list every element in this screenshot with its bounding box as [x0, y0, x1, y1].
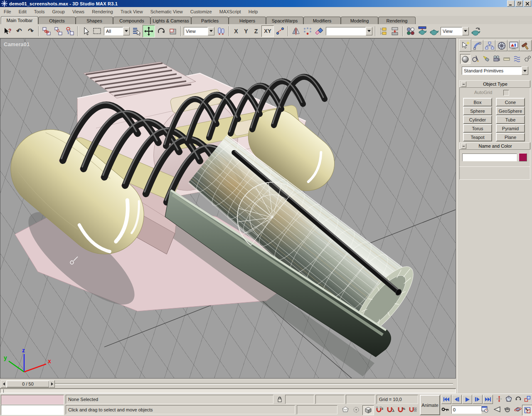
tab-compounds[interactable]: Compounds — [113, 17, 150, 24]
dropdown-arrow-icon[interactable] — [462, 27, 469, 35]
create-teapot-button[interactable]: Teapot — [463, 133, 492, 141]
coord-y-field[interactable] — [315, 395, 345, 404]
tab-objects[interactable]: Objects — [38, 17, 76, 24]
restrict-x-button[interactable]: X — [232, 26, 241, 37]
select-by-name-icon[interactable] — [131, 26, 142, 37]
time-tag-field[interactable] — [297, 405, 337, 414]
menu-maxscript[interactable]: MAXScript — [216, 8, 245, 15]
name-color-rollout-header[interactable]: Name and Color — [459, 142, 530, 150]
create-box-button[interactable]: Box — [463, 98, 492, 106]
create-tube-button[interactable]: Tube — [496, 115, 525, 124]
render-scene-icon[interactable] — [417, 26, 428, 37]
create-pyramid-button[interactable]: Pyramid — [496, 124, 525, 133]
viewport-label[interactable]: Camera01 — [4, 41, 30, 47]
mirror-icon[interactable] — [291, 26, 301, 37]
render-type-dropdown[interactable]: View — [441, 27, 469, 35]
bind-to-space-warp-icon[interactable] — [64, 26, 75, 37]
collapse-icon[interactable] — [461, 144, 466, 149]
coord-z-field[interactable] — [346, 395, 375, 404]
autogrid-checkbox[interactable] — [503, 90, 509, 96]
go-to-start-icon[interactable] — [441, 395, 451, 404]
field-of-view-icon[interactable] — [493, 405, 502, 414]
selection-lock-icon[interactable] — [275, 395, 284, 404]
roll-camera-icon[interactable] — [514, 395, 523, 403]
create-plane-button[interactable]: Plane — [496, 133, 525, 141]
restrict-y-button[interactable]: Y — [241, 26, 251, 37]
zoom-extents-icon[interactable] — [504, 395, 513, 403]
object-name-input[interactable] — [462, 154, 517, 161]
tab-hierarchy[interactable] — [483, 40, 495, 51]
dolly-camera-icon[interactable] — [495, 395, 504, 403]
render-last-icon[interactable] — [470, 26, 481, 37]
tab-motion[interactable] — [495, 40, 507, 51]
tab-display[interactable] — [507, 40, 520, 51]
menu-help[interactable]: Help — [245, 8, 262, 15]
current-frame-input[interactable] — [451, 406, 482, 414]
menu-tools[interactable]: Tools — [30, 8, 49, 15]
align-icon[interactable] — [314, 26, 325, 37]
track-bar[interactable] — [0, 389, 456, 393]
tab-main-toolbar[interactable]: Main Toolbar — [1, 16, 38, 24]
tab-modeling[interactable]: Modeling — [341, 17, 378, 24]
category-space-warps[interactable] — [512, 54, 522, 63]
animate-button[interactable]: Animate — [420, 395, 440, 415]
tab-modifiers[interactable]: Modifiers — [303, 17, 341, 24]
array-icon[interactable] — [302, 26, 313, 37]
reference-coordinate-dropdown[interactable]: View — [184, 27, 214, 35]
object-type-rollout-header[interactable]: Object Type — [459, 80, 530, 88]
maxscript-mini-listener-white[interactable] — [1, 405, 64, 415]
use-pivot-point-icon[interactable] — [216, 26, 227, 37]
quick-render-icon[interactable] — [429, 26, 439, 37]
undo-icon[interactable]: ↶ — [14, 26, 25, 37]
previous-frame-icon[interactable] — [452, 395, 462, 404]
restrict-z-button[interactable]: Z — [251, 26, 261, 37]
title-bar[interactable]: demo01_screenshots.max - 3D Studio MAX R… — [0, 0, 532, 7]
degradation-override-icon[interactable] — [362, 405, 374, 415]
select-and-link-icon[interactable] — [41, 26, 52, 37]
spinner-snap-icon[interactable] — [408, 406, 417, 414]
tab-shapes[interactable]: Shapes — [76, 17, 113, 24]
close-button[interactable] — [524, 0, 531, 7]
time-slider-track[interactable] — [55, 383, 453, 385]
menu-file[interactable]: File — [0, 8, 15, 15]
next-frame-icon[interactable] — [473, 395, 483, 404]
minimize-button[interactable] — [507, 0, 515, 7]
maxscript-mini-listener-pink[interactable] — [1, 395, 64, 405]
category-shapes[interactable] — [470, 54, 480, 63]
category-cameras[interactable] — [491, 54, 501, 63]
dropdown-arrow-icon[interactable] — [123, 27, 130, 35]
key-mode-toggle-icon[interactable] — [441, 405, 450, 414]
select-and-manipulate-icon[interactable] — [275, 26, 286, 37]
min-max-toggle-icon[interactable] — [522, 405, 532, 416]
tab-spacewarps[interactable]: SpaceWarps — [266, 17, 303, 24]
primitive-category-dropdown[interactable]: Standard Primitives — [462, 67, 528, 75]
tab-modify[interactable] — [471, 40, 483, 51]
truck-camera-icon[interactable] — [503, 405, 512, 414]
material-editor-icon[interactable] — [405, 26, 416, 37]
unlink-selection-icon[interactable] — [53, 26, 64, 37]
time-slider-handle[interactable]: 0 / 50 — [6, 380, 49, 388]
open-schematic-view-icon[interactable] — [389, 26, 400, 37]
help-mode-icon[interactable]: ? — [2, 26, 13, 37]
dropdown-arrow-icon[interactable] — [208, 27, 214, 35]
create-geosphere-button[interactable]: GeoSphere — [496, 106, 525, 115]
go-to-end-icon[interactable] — [483, 395, 493, 404]
category-helpers[interactable] — [502, 54, 511, 63]
angle-snap-icon[interactable] — [386, 406, 395, 414]
select-and-rotate-icon[interactable] — [156, 26, 167, 37]
coord-x-field[interactable] — [285, 395, 314, 404]
tab-helpers[interactable]: Helpers — [229, 17, 266, 24]
shaded-view-icon[interactable] — [341, 406, 350, 414]
time-configuration-icon[interactable] — [480, 405, 490, 414]
menu-schematic-view[interactable]: Schematic View — [147, 8, 187, 15]
create-torus-button[interactable]: Torus — [463, 124, 492, 133]
select-and-move-icon[interactable] — [143, 25, 155, 37]
menu-views[interactable]: Views — [69, 8, 88, 15]
time-back-arrow[interactable] — [1, 380, 7, 388]
menu-rendering[interactable]: Rendering — [88, 8, 117, 15]
percent-snap-icon[interactable]: % — [397, 406, 406, 414]
category-geometry[interactable] — [460, 54, 470, 64]
tab-lights-cameras[interactable]: Lights & Cameras — [150, 17, 191, 24]
menu-track-view[interactable]: Track View — [117, 8, 147, 15]
create-cylinder-button[interactable]: Cylinder — [463, 115, 492, 124]
